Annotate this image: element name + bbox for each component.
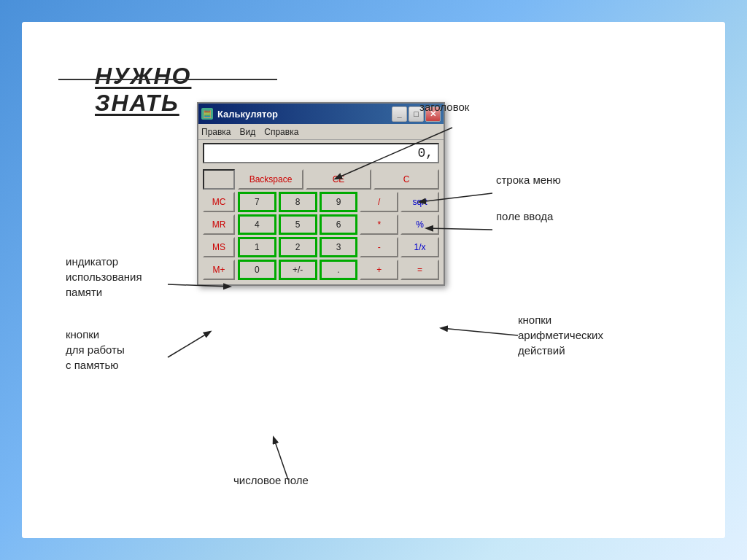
btn-mc[interactable]: MC (203, 192, 235, 212)
menu-spravka[interactable]: Справка (264, 127, 298, 137)
label-knopki-pamyat: кнопки для работы с памятью (66, 327, 125, 373)
label-indikator: индикатор использования памяти (66, 254, 142, 300)
menu-pravka[interactable]: Правка (201, 127, 231, 137)
calc-app-icon: 🧮 (201, 108, 213, 120)
memory-column: MC MR MS M+ (203, 169, 235, 280)
label-pole-vvoda: поле ввода (496, 210, 553, 222)
btn-9[interactable]: 9 (320, 192, 358, 212)
calc-display-field[interactable]: 0, (203, 143, 439, 163)
calc-buttons-area: MC MR MS M+ Backspace CE C 7 8 9 (198, 166, 444, 284)
btn-ce[interactable]: CE (306, 169, 371, 190)
btn-mul[interactable]: * (360, 214, 398, 235)
btn-pct[interactable]: % (400, 214, 439, 235)
btn-6[interactable]: 6 (320, 214, 358, 235)
btn-8[interactable]: 8 (279, 192, 317, 212)
btn-1[interactable]: 1 (238, 237, 276, 257)
num-grid: 7 8 9 / sqrt 4 5 6 * % 1 2 3 - 1/x (238, 192, 439, 280)
menu-vid[interactable]: Вид (240, 127, 256, 137)
btn-2[interactable]: 2 (279, 237, 317, 257)
slide-area: НУЖНО ЗНАТЬ 🧮 Калькулятор _ □ ✕ Правка В… (22, 22, 725, 538)
btn-inv[interactable]: 1/x (400, 237, 439, 257)
label-chislovoe-pole: числовое поле (233, 474, 309, 486)
page-title: НУЖНО ЗНАТЬ (95, 63, 191, 117)
btn-eq[interactable]: = (400, 260, 439, 280)
btn-mplus[interactable]: M+ (203, 260, 235, 280)
calc-title-text: Калькулятор (217, 109, 278, 120)
label-zagolovok: заголовок (419, 101, 469, 113)
btn-sub[interactable]: - (360, 237, 398, 257)
top-row: Backspace CE C (238, 169, 439, 190)
btn-5[interactable]: 5 (279, 214, 317, 235)
label-knopki-arifm: кнопки арифметических действий (518, 312, 603, 358)
svg-line-4 (168, 332, 210, 357)
btn-sqrt[interactable]: sqrt (400, 192, 439, 212)
btn-add[interactable]: + (360, 260, 398, 280)
right-section: Backspace CE C 7 8 9 / sqrt 4 5 6 * (238, 169, 439, 280)
btn-ms[interactable]: MS (203, 237, 235, 257)
btn-plusminus[interactable]: +/- (279, 260, 317, 280)
btn-mr[interactable]: MR (203, 214, 235, 235)
btn-div[interactable]: / (360, 192, 398, 212)
calc-display-area: 0, (198, 140, 444, 166)
btn-backspace[interactable]: Backspace (238, 169, 303, 190)
btn-c[interactable]: C (374, 169, 439, 190)
btn-dot[interactable]: . (320, 260, 358, 280)
calc-menubar: Правка Вид Справка (198, 124, 444, 140)
btn-0[interactable]: 0 (238, 260, 276, 280)
calculator-window: 🧮 Калькулятор _ □ ✕ Правка Вид Справка 0… (197, 102, 445, 286)
btn-7[interactable]: 7 (238, 192, 276, 212)
minimize-button[interactable]: _ (392, 106, 407, 122)
memory-indicator (203, 169, 235, 190)
calc-titlebar-left: 🧮 Калькулятор (201, 108, 278, 120)
label-stroka-menu: строка меню (496, 174, 561, 186)
svg-line-5 (441, 328, 518, 335)
title-underline (58, 79, 277, 80)
btn-4[interactable]: 4 (238, 214, 276, 235)
btn-3[interactable]: 3 (320, 237, 358, 257)
calc-titlebar: 🧮 Калькулятор _ □ ✕ (198, 104, 444, 124)
